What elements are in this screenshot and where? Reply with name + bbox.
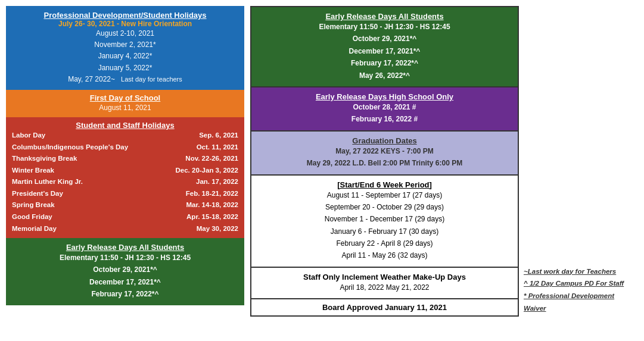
red-date-6: Mar. 14-18, 2022 xyxy=(186,199,238,211)
right-main: Early Release Days All Students Elementa… xyxy=(250,6,519,317)
red-date-3: Dec. 20-Jan 3, 2022 xyxy=(176,165,239,177)
red-date-7: Apr. 15-18, 2022 xyxy=(186,211,238,223)
right-green-item-4: May 26, 2022*^ xyxy=(257,70,512,82)
red-label-3: Winter Break xyxy=(12,165,54,177)
legend-column: ~Last work day for Teachers ^ 1/2 Day Ca… xyxy=(519,6,638,317)
red-row-7: Good Friday Apr. 15-18, 2022 xyxy=(12,211,238,223)
right-board-item: Board Approved January 11, 2021 xyxy=(257,303,512,312)
blue-section: Professional Development/Student Holiday… xyxy=(6,6,244,90)
right-sixweek-item-4: February 22 - April 8 (29 days) xyxy=(257,237,512,249)
right-sixweek-item-5: April 11 - May 26 (32 days) xyxy=(257,249,512,261)
blue-title: Professional Development/Student Holiday… xyxy=(12,11,238,20)
red-label-0: Labor Day xyxy=(12,130,45,142)
right-sixweek-item-1: September 20 - October 29 (29 days) xyxy=(257,201,512,213)
blue-last-day-label: Last day for teachers xyxy=(121,76,182,83)
red-date-0: Sep. 6, 2021 xyxy=(199,130,238,142)
red-label-1: Columbus/Indigenous People's Day xyxy=(12,142,128,154)
right-sixweek-section: [Start/End 6 Week Period] August 11 - Se… xyxy=(251,176,518,268)
red-label-2: Thanksgiving Break xyxy=(12,153,77,165)
legend-item-2: * Professional Development Waiver xyxy=(524,290,638,314)
right-lavender-item-1: May 29, 2022 L.D. Bell 2:00 PM Trinity 6… xyxy=(257,157,512,169)
right-staff-item-0: April 18, 2022 May 21, 2022 xyxy=(257,281,512,293)
right-green-item-1: October 29, 2021*^ xyxy=(257,33,512,45)
red-title: Student and Staff Holidays xyxy=(12,121,238,130)
blue-item-3: January 4, 2022* xyxy=(12,51,238,62)
red-date-8: May 30, 2022 xyxy=(197,223,238,235)
red-section: Student and Staff Holidays Labor Day Sep… xyxy=(6,117,244,238)
blue-item-1: August 2-10, 2021 xyxy=(12,28,238,39)
right-purple-item-0: October 28, 2021 # xyxy=(257,101,512,113)
right-green-item-3: February 17, 2022*^ xyxy=(257,57,512,69)
red-row-4: Martin Luther King Jr. Jan. 17, 2022 xyxy=(12,176,238,188)
red-label-7: Good Friday xyxy=(12,211,52,223)
left-green-item-3: February 17, 2022*^ xyxy=(12,288,238,300)
right-board-section: Board Approved January 11, 2021 xyxy=(251,299,518,315)
right-sixweek-item-3: January 6 - February 17 (30 days) xyxy=(257,226,512,237)
red-row-1: Columbus/Indigenous People's Day Oct. 11… xyxy=(12,142,238,154)
red-label-6: Spring Break xyxy=(12,199,55,211)
red-label-5: President's Day xyxy=(12,188,63,200)
red-row-8: Memorial Day May 30, 2022 xyxy=(12,223,238,235)
blue-last-line-text: May, 27 2022~ xyxy=(68,75,115,83)
right-purple-section: Early Release Days High School Only Octo… xyxy=(251,87,518,132)
red-label-8: Memorial Day xyxy=(12,223,57,235)
red-row-6: Spring Break Mar. 14-18, 2022 xyxy=(12,199,238,211)
right-column: Early Release Days All Students Elementa… xyxy=(250,6,638,317)
left-green-title: Early Release Days All Students xyxy=(12,243,238,252)
right-lavender-section: Graduation Dates May, 27 2022 KEYS - 7:0… xyxy=(251,132,518,176)
orange-item: August 11, 2021 xyxy=(12,102,238,114)
right-staff-title: Staff Only Inclement Weather Make-Up Day… xyxy=(257,273,512,281)
left-green-section: Early Release Days All Students Elementa… xyxy=(6,238,244,305)
right-lavender-item-0: May, 27 2022 KEYS - 7:00 PM xyxy=(257,145,512,157)
right-green-title: Early Release Days All Students xyxy=(257,12,512,21)
left-column: Professional Development/Student Holiday… xyxy=(6,6,244,317)
right-purple-item-1: February 16, 2022 # xyxy=(257,113,512,125)
red-row-5: President's Day Feb. 18-21, 2022 xyxy=(12,188,238,200)
right-sixweek-item-2: November 1 - December 17 (29 days) xyxy=(257,213,512,225)
legend-item-1: ^ 1/2 Day Campus PD For Staff xyxy=(524,277,638,290)
blue-item-2: November 2, 2021* xyxy=(12,39,238,51)
right-purple-title: Early Release Days High School Only xyxy=(257,92,512,101)
blue-last-line: May, 27 2022~ Last day for teachers xyxy=(12,74,238,85)
right-green-item-2: December 17, 2021*^ xyxy=(257,45,512,57)
red-date-4: Jan. 17, 2022 xyxy=(196,176,238,188)
right-green-item-0: Elementary 11:50 - JH 12:30 - HS 12:45 xyxy=(257,21,512,33)
red-date-5: Feb. 18-21, 2022 xyxy=(186,188,238,200)
right-green-section: Early Release Days All Students Elementa… xyxy=(251,7,518,87)
left-green-item-1: October 29, 2021*^ xyxy=(12,264,238,276)
red-date-2: Nov. 22-26, 2021 xyxy=(185,153,238,165)
right-sixweek-item-0: August 11 - September 17 (27 days) xyxy=(257,189,512,201)
red-label-4: Martin Luther King Jr. xyxy=(12,176,83,188)
blue-subtitle: July 26- 30, 2021 - New Hire Orientation xyxy=(12,20,238,28)
left-green-item-2: December 17, 2021*^ xyxy=(12,276,238,288)
blue-item-4: January 5, 2022* xyxy=(12,62,238,74)
orange-title: First Day of School xyxy=(12,93,238,102)
orange-section: First Day of School August 11, 2021 xyxy=(6,90,244,117)
right-lavender-title: Graduation Dates xyxy=(257,136,512,145)
red-row-0: Labor Day Sep. 6, 2021 xyxy=(12,130,238,142)
legend-item-0: ~Last work day for Teachers xyxy=(524,265,638,278)
red-date-1: Oct. 11, 2021 xyxy=(197,142,238,154)
right-staff-section: Staff Only Inclement Weather Make-Up Day… xyxy=(251,268,518,299)
right-sixweek-title: [Start/End 6 Week Period] xyxy=(257,180,512,189)
red-row-3: Winter Break Dec. 20-Jan 3, 2022 xyxy=(12,165,238,177)
left-green-item-0: Elementary 11:50 - JH 12:30 - HS 12:45 xyxy=(12,252,238,264)
red-row-2: Thanksgiving Break Nov. 22-26, 2021 xyxy=(12,153,238,165)
